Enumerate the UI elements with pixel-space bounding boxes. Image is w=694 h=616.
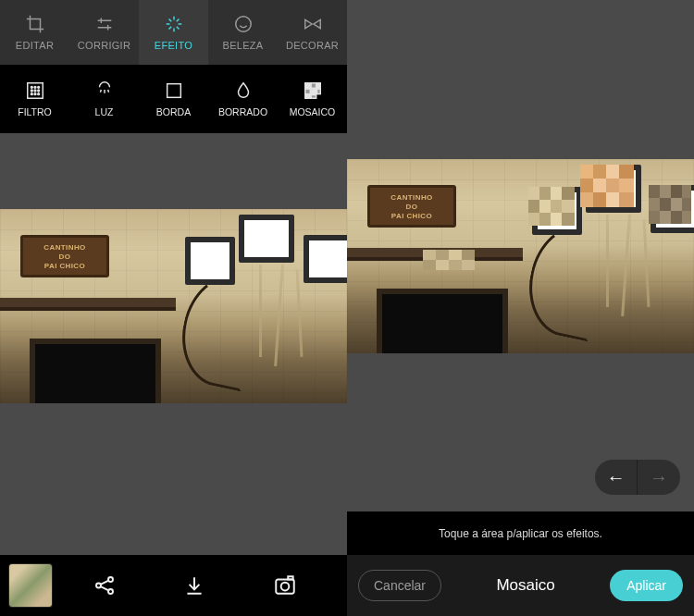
mosaic-icon (303, 80, 323, 101)
svg-rect-16 (311, 89, 316, 94)
grid-dots-icon (25, 80, 45, 101)
tool-borda[interactable]: BORDA (139, 65, 208, 133)
picture-frame (239, 215, 294, 263)
svg-point-2 (31, 86, 32, 88)
tab-efeito[interactable]: EFEITO (139, 0, 208, 65)
image-canvas[interactable]: CANTINHODOPAI CHICO (0, 133, 347, 555)
svg-rect-25 (288, 576, 292, 579)
svg-point-7 (37, 90, 39, 92)
tool-label: LUZ (95, 106, 114, 117)
svg-point-10 (37, 93, 39, 95)
tool-label: BORDA (156, 106, 191, 117)
hint-bar: Toque a área p/aplicar os efeitos. (347, 511, 694, 555)
svg-point-8 (31, 93, 32, 95)
editor-main-pane: EDITAR CORRIGIR EFEITO BELEZA DECORAR (0, 0, 347, 616)
tool-label: BORRADO (218, 106, 267, 117)
wall-plaque: CANTINHODOPAI CHICO (367, 185, 456, 228)
svg-point-6 (34, 90, 36, 92)
photo-content: CANTINHODOPAI CHICO (0, 209, 347, 403)
svg-rect-17 (316, 89, 320, 94)
svg-point-22 (108, 589, 113, 594)
effect-title: Mosaico (496, 576, 554, 595)
sparkle-icon (164, 14, 184, 34)
image-canvas[interactable]: CANTINHODOPAI CHICO (347, 0, 694, 511)
top-tab-bar: EDITAR CORRIGIR EFEITO BELEZA DECORAR (0, 0, 347, 65)
droplet-icon (233, 80, 254, 101)
svg-rect-14 (316, 83, 320, 89)
tab-corrigir[interactable]: CORRIGIR (69, 0, 139, 65)
svg-point-24 (281, 583, 290, 591)
mosaic-patch (649, 185, 691, 224)
apply-bar: Cancelar Mosaico Aplicar (347, 555, 694, 616)
editing-image: CANTINHODOPAI CHICO (0, 209, 347, 403)
svg-point-5 (31, 90, 32, 92)
cancel-button[interactable]: Cancelar (358, 570, 441, 601)
tab-label: BELEZA (223, 40, 264, 51)
redo-button[interactable]: → (638, 460, 680, 495)
effect-tool-bar: FILTRO LUZ BORDA BORRADO MOSAICO (0, 65, 347, 133)
share-icon[interactable] (93, 573, 117, 598)
bowtie-icon (303, 14, 323, 34)
svg-rect-19 (311, 95, 316, 99)
wall-plaque: CANTINHODOPAI CHICO (20, 235, 109, 277)
tab-beleza[interactable]: BELEZA (208, 0, 278, 65)
undo-redo-pager: ← → (595, 460, 680, 495)
picture-frame (304, 235, 347, 283)
svg-rect-12 (304, 83, 310, 89)
svg-rect-13 (311, 83, 316, 89)
svg-point-3 (34, 86, 36, 88)
svg-point-9 (34, 93, 36, 95)
undo-button[interactable]: ← (595, 460, 638, 495)
tool-filtro[interactable]: FILTRO (0, 65, 69, 133)
sliders-icon (94, 14, 115, 34)
tool-label: FILTRO (18, 106, 52, 117)
apply-button[interactable]: Aplicar (610, 570, 683, 601)
tab-label: CORRIGIR (78, 40, 130, 51)
svg-rect-11 (167, 84, 180, 98)
mosaic-patch (528, 187, 575, 226)
bottom-action-bar (0, 555, 347, 616)
tool-borrado[interactable]: BORRADO (208, 65, 278, 133)
svg-point-4 (37, 86, 39, 88)
tab-label: EFEITO (155, 40, 192, 51)
mosaic-apply-pane: CANTINHODOPAI CHICO (347, 0, 694, 616)
svg-point-20 (96, 584, 101, 588)
mosaic-patch (423, 250, 475, 270)
hint-text: Toque a área p/aplicar os efeitos. (439, 527, 602, 540)
svg-point-21 (108, 577, 113, 582)
svg-point-0 (235, 17, 251, 32)
smile-icon (233, 14, 254, 34)
photo-content: CANTINHODOPAI CHICO (347, 159, 694, 353)
crop-icon (25, 14, 45, 34)
download-icon[interactable] (182, 573, 206, 598)
border-icon (164, 80, 184, 101)
svg-rect-15 (304, 89, 310, 94)
tool-luz[interactable]: LUZ (69, 65, 139, 133)
tool-mosaico[interactable]: MOSAICO (278, 65, 347, 133)
tab-decorar[interactable]: DECORAR (278, 0, 347, 65)
lamp-icon (94, 80, 115, 101)
tab-label: DECORAR (286, 40, 339, 51)
svg-rect-18 (304, 95, 310, 99)
camera-icon[interactable] (273, 573, 297, 598)
gallery-thumbnail[interactable] (9, 564, 52, 607)
tab-editar[interactable]: EDITAR (0, 0, 69, 65)
editing-image: CANTINHODOPAI CHICO (347, 159, 694, 353)
mosaic-patch (580, 165, 634, 207)
tab-label: EDITAR (16, 40, 54, 51)
tool-label: MOSAICO (290, 106, 336, 117)
